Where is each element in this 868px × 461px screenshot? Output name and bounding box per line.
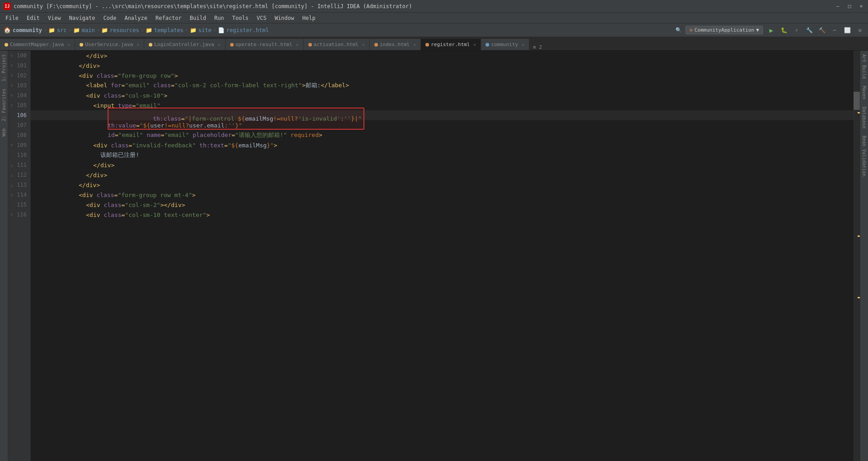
build-button[interactable]: 🔨 (817, 26, 826, 35)
fold-101[interactable]: ▽ (9, 63, 14, 68)
scroll-marker-2 (858, 235, 860, 237)
nav-sep-5: › (185, 28, 188, 33)
settings-button[interactable]: ≡ (855, 26, 864, 35)
menu-code[interactable]: Code (100, 14, 120, 22)
nav-site[interactable]: 📁 site (190, 27, 212, 33)
sidebar-maven[interactable]: Maven (861, 82, 868, 103)
tab-close-community[interactable]: ✕ (522, 42, 524, 47)
menu-view[interactable]: View (44, 14, 65, 22)
fold-105[interactable]: ▽ (9, 103, 14, 108)
search-icon[interactable]: 🔍 (675, 27, 682, 33)
maximize-editor-button[interactable]: ⬜ (843, 26, 852, 35)
maximize-button[interactable]: □ (846, 3, 853, 9)
tab-activation[interactable]: activation.html ✕ (304, 38, 370, 50)
profile-button[interactable]: 🔧 (805, 26, 814, 35)
nav-templates[interactable]: 📁 templates (146, 27, 184, 33)
tab-close-login-controller[interactable]: ✕ (218, 42, 221, 47)
code-line-111: </div> (31, 160, 854, 170)
sidebar-favorites-label[interactable]: 2: Favorites (0, 85, 7, 125)
scroll-marker-3 (858, 297, 860, 298)
sidebar-web-label[interactable]: Web (0, 125, 7, 140)
tab-icon-register (425, 43, 429, 47)
fold-113[interactable]: △ (9, 182, 14, 188)
fold-112[interactable]: △ (9, 172, 14, 178)
nav-sep-3: › (97, 28, 99, 33)
scroll-thumb[interactable] (854, 92, 860, 110)
sidebar-database[interactable]: Database (861, 103, 868, 132)
tab-close-operate-result[interactable]: ✕ (296, 42, 299, 47)
line-102: ▽ 102 (8, 71, 30, 80)
code-line-109: <div class="invalid-feedback" th:text="$… (31, 140, 854, 150)
code-content[interactable]: </div> </div> <div class="form-group row… (31, 51, 854, 461)
menu-window[interactable]: Window (271, 14, 297, 22)
sidebar-bean-validation[interactable]: Bean Validation (861, 132, 868, 180)
menu-edit[interactable]: Edit (23, 14, 43, 22)
fold-102[interactable]: ▽ (9, 73, 14, 78)
menu-run[interactable]: Run (211, 14, 228, 22)
fold-115[interactable] (9, 202, 14, 207)
tab-overflow[interactable]: ≡ 2 (529, 44, 546, 50)
fold-109[interactable]: ▽ (9, 142, 14, 148)
tab-close-index[interactable]: ✕ (413, 42, 416, 47)
nav-bar: 🏠 community › 📁 src › 📁 main › 📁 resourc… (0, 24, 868, 37)
nav-main[interactable]: 📁 main (73, 27, 95, 33)
tab-login-controller[interactable]: LoginController.java ✕ (144, 38, 225, 50)
fold-110[interactable] (9, 152, 14, 158)
tab-index[interactable]: index.html ✕ (370, 38, 421, 50)
file-icon: 📄 (218, 27, 225, 33)
fold-106[interactable] (9, 113, 14, 118)
fold-104[interactable]: ▽ (9, 93, 14, 98)
tab-comment-mapper[interactable]: CommentMapper.java ✕ (0, 38, 75, 50)
tab-close-user-service[interactable]: ✕ (137, 42, 139, 47)
nav-src[interactable]: 📁 src (48, 27, 67, 33)
tab-operate-result[interactable]: operate-result.html ✕ (226, 38, 304, 50)
code-line-110: 该邮箱已注册! (31, 150, 854, 160)
scrollbar[interactable] (854, 51, 860, 461)
menu-navigate[interactable]: Navigate (66, 14, 99, 22)
fold-108[interactable] (9, 132, 14, 138)
menu-file[interactable]: File (2, 14, 22, 22)
tab-register[interactable]: register.html ✕ (421, 38, 481, 50)
folder-icon-5: 📁 (190, 27, 197, 33)
fold-103[interactable]: ▽ (9, 83, 14, 88)
tab-close-activation[interactable]: ✕ (362, 42, 365, 47)
tab-label-comment-mapper: CommentMapper.java (10, 42, 64, 47)
run-button[interactable]: ▶ (767, 26, 776, 35)
sidebar-project-label[interactable]: 1: Project (0, 51, 7, 85)
line-101: ▽ 101 (8, 61, 30, 71)
fold-107[interactable] (9, 122, 14, 128)
tab-close-comment-mapper[interactable]: ✕ (67, 42, 70, 47)
fold-111[interactable]: △ (9, 162, 14, 168)
run-config-dropdown[interactable]: ▼ (756, 27, 759, 33)
menu-refactor[interactable]: Refactor (152, 14, 185, 22)
fold-100[interactable]: ▽ (9, 53, 14, 58)
close-button[interactable]: ✕ (858, 3, 864, 9)
menu-help[interactable]: Help (299, 14, 319, 22)
run-config-selector[interactable]: ⚙ CommunityApplication ▼ (685, 26, 763, 34)
debug-button[interactable]: 🐛 (779, 26, 788, 35)
nav-community[interactable]: community (13, 27, 42, 33)
menu-vcs[interactable]: VCS (253, 14, 270, 22)
line-104: ▽ 104 (8, 90, 30, 100)
tab-user-service[interactable]: UserService.java ✕ (75, 38, 144, 50)
code-line-100: </div> (31, 51, 854, 61)
title-bar-controls[interactable]: — □ ✕ (835, 3, 864, 9)
sidebar-art-build[interactable]: Art Build (861, 51, 868, 82)
nav-sep-4: › (141, 28, 144, 33)
line-100: ▽ 100 (8, 51, 30, 61)
run-config-label: CommunityApplication (694, 27, 754, 33)
tab-community[interactable]: community ✕ (481, 38, 529, 50)
fold-116[interactable]: ▽ (9, 212, 14, 217)
coverage-button[interactable]: ⚡ (792, 26, 801, 35)
menu-analyze[interactable]: Analyze (121, 14, 151, 22)
nav-register[interactable]: 📄 register.html (218, 27, 269, 33)
more-button[interactable]: ⋯ (830, 26, 839, 35)
nav-resources[interactable]: 📁 resources (101, 27, 139, 33)
menu-build[interactable]: Build (186, 14, 210, 22)
minimize-button[interactable]: — (835, 3, 841, 9)
menu-tools[interactable]: Tools (229, 14, 252, 22)
tab-close-register[interactable]: ✕ (473, 42, 476, 47)
fold-114[interactable]: ▽ (9, 192, 14, 198)
code-editor: ▽ 100 ▽ 101 ▽ 102 ▽ 103 ▽ 104 ▽ 105 (8, 51, 860, 461)
folder-icon-2: 📁 (73, 27, 80, 33)
